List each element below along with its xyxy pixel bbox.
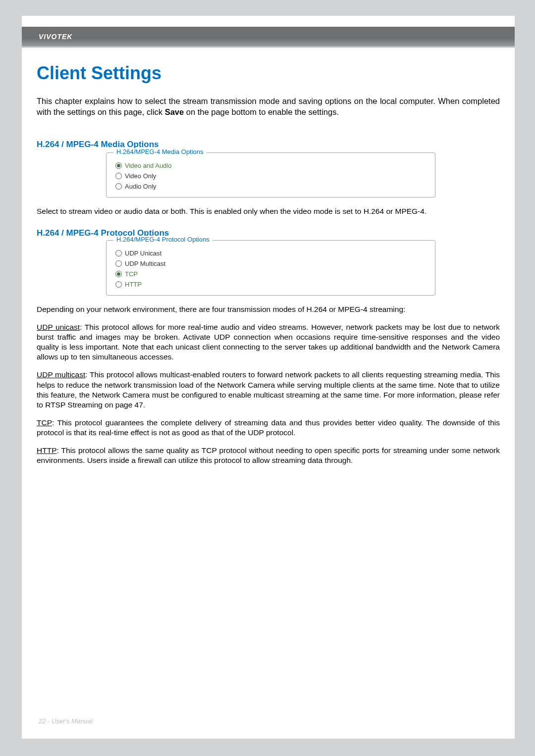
http-paragraph: HTTP: This protocol allows the same qual… bbox=[37, 446, 500, 465]
page-footer: 22 - User's Manual bbox=[39, 717, 93, 725]
udp-unicast-text: : This protocol allows for more real-tim… bbox=[37, 323, 500, 361]
radio-icon bbox=[115, 281, 122, 288]
radio-icon bbox=[115, 250, 122, 256]
http-name: HTTP bbox=[37, 446, 56, 454]
intro-paragraph: This chapter explains how to select the … bbox=[37, 96, 500, 118]
radio-icon bbox=[115, 271, 122, 277]
udp-unicast-name: UDP unicast bbox=[37, 323, 80, 331]
radio-http[interactable]: HTTP bbox=[115, 281, 426, 288]
http-text: : This protocol allows the same quality … bbox=[37, 446, 500, 464]
page-title: Client Settings bbox=[37, 63, 500, 84]
radio-label: TCP bbox=[125, 270, 138, 278]
udp-multicast-name: UDP multicast bbox=[37, 370, 85, 379]
udp-multicast-text: : This protocol allows multicast-enabled… bbox=[37, 370, 500, 408]
intro-after: on the page bottom to enable the setting… bbox=[184, 107, 339, 116]
protocol-section-title: H.264 / MPEG-4 Protocol Options bbox=[37, 228, 500, 238]
radio-label: UDP Multicast bbox=[125, 260, 165, 267]
radio-icon bbox=[115, 162, 122, 169]
tcp-name: TCP bbox=[37, 418, 52, 427]
radio-label: Video and Audio bbox=[125, 162, 171, 169]
document-page: VIVOTEK Client Settings This chapter exp… bbox=[22, 16, 515, 739]
radio-audio-only[interactable]: Audio Only bbox=[115, 183, 426, 190]
tcp-paragraph: TCP: This protocol guarantees the comple… bbox=[37, 418, 500, 438]
radio-icon bbox=[115, 260, 122, 267]
radio-label: Audio Only bbox=[125, 183, 157, 190]
radio-video-only[interactable]: Video Only bbox=[115, 172, 426, 180]
content-area: Client Settings This chapter explains ho… bbox=[37, 63, 500, 474]
protocol-intro: Depending on your network environment, t… bbox=[37, 304, 500, 314]
tcp-text: : This protocol guarantees the complete … bbox=[37, 418, 500, 437]
media-section-title: H.264 / MPEG-4 Media Options bbox=[37, 140, 500, 150]
radio-tcp[interactable]: TCP bbox=[115, 270, 426, 278]
radio-label: UDP Unicast bbox=[125, 250, 161, 257]
protocol-options-legend: H.264/MPEG-4 Protocol Options bbox=[113, 236, 213, 243]
radio-label: HTTP bbox=[125, 281, 142, 288]
radio-udp-multicast[interactable]: UDP Multicast bbox=[115, 260, 426, 267]
header-brand: VIVOTEK bbox=[39, 33, 72, 41]
media-note: Select to stream video or audio data or … bbox=[37, 206, 500, 216]
media-options-fieldset: H.264/MPEG-4 Media Options Video and Aud… bbox=[106, 152, 435, 198]
protocol-options-fieldset: H.264/MPEG-4 Protocol Options UDP Unicas… bbox=[106, 240, 435, 296]
header-divider bbox=[22, 47, 515, 48]
radio-icon bbox=[115, 183, 122, 190]
radio-video-and-audio[interactable]: Video and Audio bbox=[115, 162, 426, 169]
media-options-legend: H.264/MPEG-4 Media Options bbox=[113, 148, 207, 155]
udp-unicast-paragraph: UDP unicast: This protocol allows for mo… bbox=[37, 322, 500, 362]
intro-bold: Save bbox=[165, 107, 184, 116]
radio-icon bbox=[115, 173, 122, 179]
header-bar: VIVOTEK bbox=[22, 27, 515, 47]
udp-multicast-paragraph: UDP multicast: This protocol allows mult… bbox=[37, 370, 500, 410]
radio-label: Video Only bbox=[125, 172, 156, 180]
radio-udp-unicast[interactable]: UDP Unicast bbox=[115, 250, 426, 257]
